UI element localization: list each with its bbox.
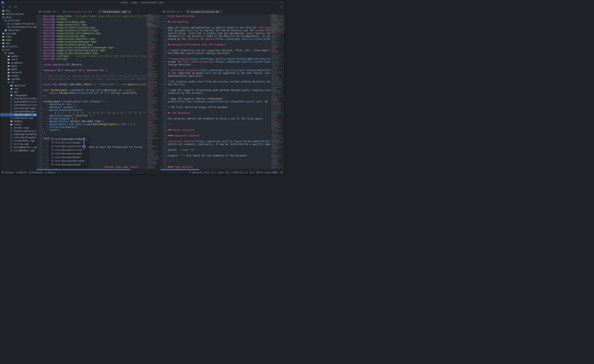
tree-folder[interactable]: articles: [0, 19, 36, 22]
tree-file[interactable]: uiborderdrawable.cpp: [0, 136, 36, 139]
tree-folder[interactable]: doc: [0, 90, 36, 94]
autocomplete-item[interactable]: ⓜnotifyDocumentMoved: [50, 156, 88, 159]
folder-icon: [7, 62, 10, 64]
tree-item-label: uicodeeditor.cpp: [14, 146, 36, 149]
autocomplete-scrollbar[interactable]: [83, 137, 85, 149]
autocomplete-item[interactable]: ⓜnotifyDocumentLoaded: [50, 152, 88, 156]
build-button[interactable]: Build: [45, 171, 55, 174]
search-button[interactable]: Search: [15, 171, 27, 174]
tree-folder[interactable]: abstract: [0, 84, 36, 87]
autocomplete-popup[interactable]: ⓜnotifiyDocumenLineMoveⓜnotifyCursorChan…: [50, 137, 88, 167]
tree-folder[interactable]: tools: [0, 123, 36, 126]
autocomplete-item[interactable]: ⓜnotifyDocumentSaved: [50, 163, 88, 167]
svg-point-17: [10, 140, 12, 142]
tree-folder[interactable]: docs: [0, 16, 36, 19]
tree-folder[interactable]: ui: [0, 81, 36, 84]
left-minimap[interactable]: [146, 14, 161, 169]
tab[interactable]: README.md×: [37, 9, 61, 14]
tree-folder[interactable]: obj: [0, 42, 36, 45]
gear-icon[interactable]: [280, 6, 283, 8]
tree-file[interactable]: syntaxtokenizer.cpp: [0, 110, 36, 113]
maximize-icon[interactable]: ▢: [279, 1, 280, 4]
right-hscroll[interactable]: [161, 169, 285, 170]
folder-icon: [7, 71, 10, 74]
branch-icon[interactable]: [15, 6, 18, 8]
hscroll-thumb[interactable]: [161, 169, 199, 170]
tree-folder[interactable]: eepp: [0, 51, 36, 55]
right-code[interactable]: # CSS Specification ## Introduction eepp…: [168, 14, 270, 169]
tree-folder[interactable]: main: [0, 64, 36, 68]
language-mode[interactable]: C++: [250, 171, 254, 174]
git-branch-status[interactable]: develop (+5 / -5): [189, 171, 215, 174]
tree-file[interactable]: syntaxcolorscheme.cpp: [0, 97, 36, 100]
tree-folder[interactable]: doxyrest: [0, 29, 36, 32]
minimize-icon[interactable]: —: [275, 1, 277, 4]
tree-folder[interactable]: graphics: [0, 61, 36, 64]
encoding[interactable]: UTF-8 (with BOM): [256, 171, 278, 174]
tree-file[interactable]: keyboardshortcut.cpp: [0, 129, 36, 133]
tree-folder[interactable]: math: [0, 68, 36, 71]
minimap-viewport[interactable]: [146, 14, 161, 27]
tree-folder[interactable]: css: [0, 87, 36, 90]
tree-folder[interactable]: projects: [0, 45, 36, 48]
tree-item-label: projects: [6, 45, 18, 48]
close-icon[interactable]: ✕: [282, 1, 283, 4]
tree-file[interactable]: uibackgrounddrawable.c: [0, 133, 36, 136]
tree-folder[interactable]: libs: [0, 35, 36, 38]
svg-point-23: [99, 11, 101, 13]
file-tree[interactable]: binbuild_nativedocsarticlescssspecificat…: [0, 9, 36, 170]
tree-file[interactable]: undostack.cpp: [0, 116, 36, 120]
tree-item-label: eepp: [8, 52, 14, 54]
tree-folder[interactable]: bin: [0, 9, 36, 12]
tab-close-icon[interactable]: ×: [220, 10, 221, 13]
tree-folder[interactable]: build_native: [0, 12, 36, 16]
tree-folder[interactable]: network: [0, 71, 36, 74]
tree-file[interactable]: uiclip.cpp: [0, 142, 36, 146]
autocomplete-item[interactable]: ⓜnotifiyDocumenLineMove: [50, 137, 88, 141]
tree-file[interactable]: syntaxhighlighter.cpp: [0, 107, 36, 110]
left-code[interactable]: #include <algorithm> Included header alg…: [44, 14, 146, 169]
line-ending[interactable]: LF: [280, 171, 283, 174]
tree-item-label: tools: [14, 123, 21, 126]
left-hscroll[interactable]: [37, 169, 161, 170]
locate-button[interactable]: Locate: [2, 171, 13, 174]
tree-file[interactable]: syntaxdefinition.cpp: [0, 100, 36, 103]
cpp-file-icon: [10, 136, 13, 139]
autocomplete-item[interactable]: ⓜnotifyDocumentReloaded: [50, 159, 88, 163]
wrench-icon[interactable]: [8, 6, 11, 8]
tree-folder[interactable]: make: [0, 38, 36, 42]
tree-folder[interactable]: core: [0, 58, 36, 61]
tree-file[interactable]: uicheckbox.cpp: [0, 139, 36, 142]
tree-folder[interactable]: models: [0, 120, 36, 123]
tree-file[interactable]: uiintroduction.md: [0, 25, 36, 29]
tree-item-label: audio: [11, 55, 19, 58]
tab[interactable]: cssspecification.md×: [185, 9, 223, 14]
tab[interactable]: textdocument.cpp*●: [96, 9, 132, 14]
tree-file[interactable]: uicodeeditor.cpp: [0, 146, 36, 149]
tree-folder[interactable]: src: [0, 48, 36, 51]
tree-folder[interactable]: languages: [0, 94, 36, 97]
autocomplete-item[interactable]: ⓜnotifyDirtyOnFileSystem: [50, 145, 88, 148]
tree-file[interactable]: syntaxdefinitionmanage: [0, 103, 36, 107]
tree-folder[interactable]: scene: [0, 74, 36, 77]
menu-icon[interactable]: [2, 6, 5, 8]
folder-icon: [7, 68, 10, 71]
tree-file[interactable]: uicombobox.cpp: [0, 149, 36, 152]
autocomplete-item[interactable]: ⓜnotifyDocumentClosed: [50, 148, 88, 152]
tree-file[interactable]: textdocument.cpp: [0, 113, 36, 116]
tree-folder[interactable]: audio: [0, 55, 36, 58]
terminal-button[interactable]: Terminal: [29, 171, 43, 174]
hscroll-thumb[interactable]: [37, 169, 130, 170]
right-minimap[interactable]: [270, 14, 285, 169]
autocomplete-item[interactable]: ⓜnotifyCursorChanged: [50, 141, 88, 145]
tree-file[interactable]: cssspecification.md: [0, 22, 36, 25]
tab-close-icon[interactable]: ×: [93, 10, 94, 13]
cursor-position[interactable]: line: 55 / 2799 col: 9: [218, 171, 247, 174]
tree-folder[interactable]: include: [0, 32, 36, 35]
tab[interactable]: README.md×: [161, 9, 185, 14]
tree-file[interactable]: border.cpp: [0, 126, 36, 129]
tab-close-icon[interactable]: ×: [57, 10, 58, 13]
tab-close-icon[interactable]: ×: [181, 10, 182, 13]
tree-folder[interactable]: system: [0, 77, 36, 81]
tab[interactable]: uiintroduction.md×: [61, 9, 96, 14]
